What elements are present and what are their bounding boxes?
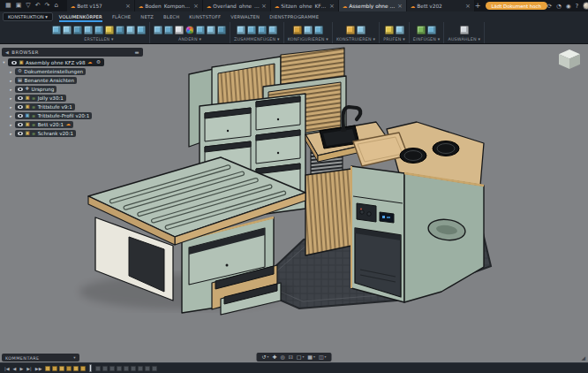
expand-caret-icon[interactable]: ▸ bbox=[9, 123, 13, 127]
new-tab-button[interactable]: + bbox=[475, 0, 481, 11]
browser-item[interactable]: ✚Ursprung bbox=[15, 86, 57, 93]
display-settings-icon[interactable]: ▢▾ bbox=[297, 354, 305, 360]
toolbar-group-label[interactable]: KONFIGURIEREN ▾ bbox=[288, 37, 328, 42]
browser-row[interactable]: ▸▣∞Bett v20:1☁ bbox=[9, 121, 143, 128]
file-menu-icon[interactable]: ▣ bbox=[16, 0, 22, 11]
ribbon-tab-blech[interactable]: BLECH bbox=[163, 11, 179, 22]
document-tab[interactable]: ☁Assembly ohne KFZ v97× bbox=[339, 0, 407, 11]
document-tab[interactable]: ☁Boden_Komponenten v124× bbox=[135, 0, 203, 11]
undo-icon[interactable]: ↶ bbox=[35, 0, 41, 11]
tool-icon[interactable] bbox=[126, 26, 135, 34]
play-icon[interactable]: ▶ bbox=[19, 366, 23, 371]
workspace-selector[interactable]: KONSTRUKTION ▾ bbox=[3, 12, 53, 21]
view-cube[interactable] bbox=[559, 49, 580, 69]
tool-icon[interactable] bbox=[196, 26, 205, 34]
collapse-panel-icon[interactable]: ◀ bbox=[5, 49, 9, 55]
close-tab-icon[interactable]: × bbox=[465, 3, 471, 10]
orbit-icon[interactable]: ↺▾ bbox=[262, 354, 269, 360]
timeline-feature-icon[interactable] bbox=[45, 366, 50, 371]
fit-icon[interactable]: ⊡ bbox=[289, 354, 293, 360]
toolbar-group-label[interactable]: ERSTELLEN ▾ bbox=[84, 37, 113, 42]
visibility-eye-icon[interactable] bbox=[18, 105, 23, 109]
browser-header[interactable]: ◀ BROWSER ▬ bbox=[2, 48, 143, 57]
tool-icon[interactable] bbox=[207, 26, 215, 34]
document-tab[interactable]: ☁Bett v202× bbox=[407, 0, 475, 11]
timeline-feature-icon[interactable] bbox=[73, 366, 79, 371]
visibility-eye-icon[interactable] bbox=[18, 114, 23, 118]
resize-grip-icon[interactable]: ◢ bbox=[581, 354, 585, 361]
tool-icon[interactable] bbox=[293, 26, 302, 34]
tool-icon[interactable] bbox=[268, 26, 277, 34]
visibility-eye-icon[interactable] bbox=[18, 96, 23, 100]
browser-item[interactable]: ▣∞Jolly v30:1 bbox=[15, 95, 66, 102]
timeline-feature-icon[interactable] bbox=[124, 366, 129, 371]
toolbar-group-label[interactable]: AUSWÄHLEN ▾ bbox=[448, 37, 480, 42]
tool-icon[interactable] bbox=[258, 26, 267, 34]
user-avatar[interactable] bbox=[583, 2, 588, 10]
pan-icon[interactable]: ✚ bbox=[272, 354, 276, 360]
tool-icon[interactable] bbox=[385, 26, 394, 34]
browser-item[interactable]: ▣∞Trittstufe-Profil v20:1 bbox=[15, 112, 92, 119]
visibility-eye-icon[interactable] bbox=[18, 88, 23, 91]
tool-icon[interactable] bbox=[137, 26, 146, 34]
close-tab-icon[interactable]: × bbox=[193, 3, 199, 10]
visibility-eye-icon[interactable] bbox=[11, 61, 17, 65]
job-status-button[interactable]: Lädt Dokument hoch bbox=[486, 2, 547, 10]
grid-settings-icon[interactable]: ▦▾ bbox=[307, 354, 315, 360]
timeline-feature-icon[interactable] bbox=[117, 366, 122, 371]
timeline-feature-icon[interactable] bbox=[138, 366, 143, 371]
expand-caret-icon[interactable]: ▸ bbox=[9, 114, 13, 118]
timeline-feature-icon[interactable] bbox=[52, 366, 57, 371]
ribbon-tab-netz[interactable]: NETZ bbox=[140, 11, 154, 22]
tool-icon[interactable] bbox=[247, 26, 256, 34]
tool-icon[interactable] bbox=[164, 26, 173, 34]
expand-caret-icon[interactable]: ▸ bbox=[9, 96, 13, 101]
browser-row[interactable]: ▸⚙Dokumenteinstellungen bbox=[9, 68, 143, 75]
comments-toggle-icon[interactable]: ▾ bbox=[73, 355, 76, 360]
browser-row[interactable]: ▾▣Assembly ohne KFZ v98☁⚙ bbox=[2, 58, 143, 66]
close-tab-icon[interactable]: × bbox=[261, 3, 267, 10]
document-tab[interactable]: ☁Overland_ohne_KFZ v16× bbox=[203, 0, 271, 11]
timeline-feature-icon[interactable] bbox=[109, 366, 115, 371]
browser-item[interactable]: ▣Assembly ohne KFZ v98☁⚙ bbox=[8, 58, 104, 66]
step-back-icon[interactable]: ◀ bbox=[13, 366, 17, 371]
help-icon[interactable]: ? bbox=[576, 3, 578, 10]
panel-options-icon[interactable]: ▬ bbox=[134, 49, 139, 55]
close-tab-icon[interactable]: × bbox=[125, 3, 131, 10]
settings-gear-icon[interactable]: ⚙ bbox=[96, 60, 101, 65]
go-to-end-icon[interactable]: ▶▶ bbox=[35, 366, 42, 371]
timeline-feature-icon[interactable] bbox=[145, 366, 150, 371]
expand-caret-icon[interactable]: ▸ bbox=[9, 79, 13, 83]
browser-row[interactable]: ▸▣∞Jolly v30:1 bbox=[9, 95, 143, 102]
ribbon-tab-volumenk-rper[interactable]: VOLUMENKÖRPER bbox=[59, 11, 102, 22]
tool-icon[interactable] bbox=[346, 26, 355, 34]
tool-icon[interactable] bbox=[84, 26, 93, 34]
step-forward-icon[interactable]: ▶| bbox=[26, 366, 32, 371]
browser-row[interactable]: ▸▣∞Trittstufe-Profil v20:1 bbox=[9, 112, 143, 119]
browser-row[interactable]: ▸▣∞Trittstufe v9:1 bbox=[9, 103, 143, 110]
ribbon-tab-kunststoff[interactable]: KUNSTSTOFF bbox=[189, 11, 221, 22]
toolbar-group-label[interactable]: ZUSAMMENFÜGEN ▾ bbox=[234, 37, 280, 42]
tool-icon[interactable] bbox=[94, 26, 103, 34]
expand-caret-icon[interactable]: ▸ bbox=[9, 88, 13, 92]
redo-icon[interactable]: ↷ bbox=[45, 0, 50, 11]
comments-bar[interactable]: KOMMENTARE ▾ bbox=[2, 354, 79, 362]
close-tab-icon[interactable]: × bbox=[397, 3, 403, 10]
tool-icon[interactable] bbox=[304, 26, 313, 34]
notifications-icon[interactable]: ◉ bbox=[566, 3, 571, 10]
document-tab[interactable]: ☁Bett v157× bbox=[67, 0, 135, 11]
tool-icon[interactable] bbox=[105, 26, 114, 34]
browser-item[interactable]: ▣∞Bett v20:1☁ bbox=[15, 121, 73, 128]
timeline-feature-icon[interactable] bbox=[95, 366, 101, 371]
expand-caret-icon[interactable]: ▸ bbox=[9, 132, 13, 136]
ribbon-tab-dienstprogramme[interactable]: DIENSTPROGRAMME bbox=[269, 11, 319, 22]
timeline-feature-icon[interactable] bbox=[152, 366, 157, 371]
timeline-position-marker[interactable] bbox=[89, 364, 92, 372]
ribbon-tab-fl-che[interactable]: FLÄCHE bbox=[112, 11, 131, 22]
home-icon[interactable]: ⌂ bbox=[54, 0, 57, 11]
timeline-feature-icon[interactable] bbox=[80, 366, 86, 371]
browser-item[interactable]: ⚙Dokumenteinstellungen bbox=[15, 68, 86, 75]
visibility-eye-icon[interactable] bbox=[18, 123, 23, 126]
browser-item[interactable]: ▣∞Trittstufe v9:1 bbox=[15, 103, 75, 110]
document-tab[interactable]: ☁Sitzen_ohne_KFZ v12× bbox=[271, 0, 339, 11]
